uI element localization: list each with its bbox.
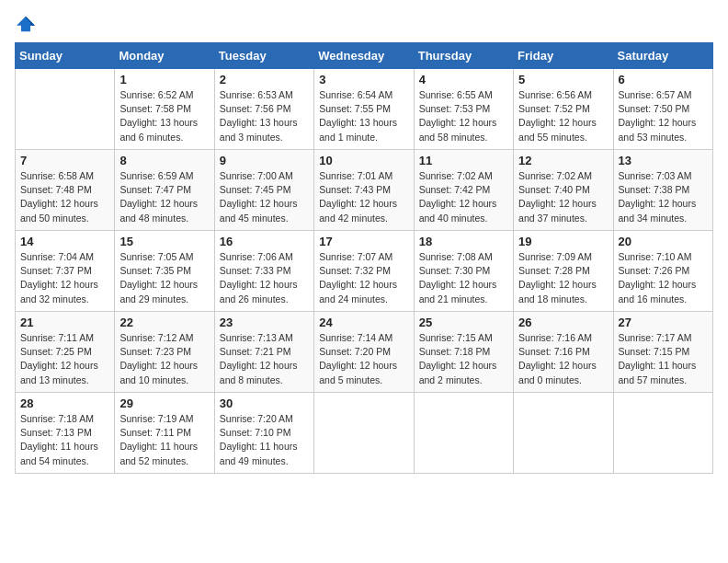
day-number: 16	[220, 235, 309, 248]
page-header	[15, 15, 713, 33]
week-row-5: 28Sunrise: 7:18 AM Sunset: 7:13 PM Dayli…	[16, 393, 713, 474]
calendar-cell: 13Sunrise: 7:03 AM Sunset: 7:38 PM Dayli…	[613, 150, 712, 231]
day-info: Sunrise: 7:18 AM Sunset: 7:13 PM Dayligh…	[20, 412, 109, 468]
calendar-cell: 7Sunrise: 6:58 AM Sunset: 7:48 PM Daylig…	[16, 150, 115, 231]
calendar-cell: 18Sunrise: 7:08 AM Sunset: 7:30 PM Dayli…	[414, 231, 513, 312]
day-info: Sunrise: 7:16 AM Sunset: 7:16 PM Dayligh…	[518, 331, 608, 387]
calendar-cell: 9Sunrise: 7:00 AM Sunset: 7:45 PM Daylig…	[214, 150, 313, 231]
calendar-cell: 23Sunrise: 7:13 AM Sunset: 7:21 PM Dayli…	[214, 312, 313, 393]
calendar-cell: 8Sunrise: 6:59 AM Sunset: 7:47 PM Daylig…	[115, 150, 214, 231]
calendar-cell: 21Sunrise: 7:11 AM Sunset: 7:25 PM Dayli…	[16, 312, 115, 393]
day-number: 7	[20, 154, 109, 167]
weekday-header-wednesday: Wednesday	[314, 43, 414, 69]
day-number: 19	[518, 235, 608, 248]
day-number: 20	[619, 235, 708, 248]
calendar-cell: 2Sunrise: 6:53 AM Sunset: 7:56 PM Daylig…	[214, 69, 313, 150]
day-info: Sunrise: 7:02 AM Sunset: 7:40 PM Dayligh…	[518, 169, 608, 225]
day-number: 18	[419, 235, 508, 248]
day-number: 28	[20, 396, 109, 410]
calendar-cell	[613, 393, 712, 474]
day-number: 22	[119, 316, 209, 329]
day-number: 29	[119, 396, 209, 410]
calendar-cell: 11Sunrise: 7:02 AM Sunset: 7:42 PM Dayli…	[414, 150, 513, 231]
calendar-table: SundayMondayTuesdayWednesdayThursdayFrid…	[15, 42, 713, 474]
day-info: Sunrise: 6:52 AM Sunset: 7:58 PM Dayligh…	[119, 88, 209, 144]
day-info: Sunrise: 7:20 AM Sunset: 7:10 PM Dayligh…	[220, 412, 309, 468]
calendar-cell: 4Sunrise: 6:55 AM Sunset: 7:53 PM Daylig…	[414, 69, 513, 150]
day-info: Sunrise: 7:09 AM Sunset: 7:28 PM Dayligh…	[518, 250, 608, 306]
day-info: Sunrise: 7:15 AM Sunset: 7:18 PM Dayligh…	[419, 331, 508, 387]
day-number: 23	[220, 316, 309, 329]
calendar-cell	[314, 393, 414, 474]
calendar-cell: 17Sunrise: 7:07 AM Sunset: 7:32 PM Dayli…	[314, 231, 414, 312]
day-info: Sunrise: 6:53 AM Sunset: 7:56 PM Dayligh…	[220, 88, 309, 144]
weekday-header-saturday: Saturday	[613, 43, 712, 69]
calendar-cell: 10Sunrise: 7:01 AM Sunset: 7:43 PM Dayli…	[314, 150, 414, 231]
day-number: 5	[518, 73, 608, 86]
logo	[15, 15, 40, 33]
calendar-cell	[514, 393, 613, 474]
calendar-cell: 16Sunrise: 7:06 AM Sunset: 7:33 PM Dayli…	[214, 231, 313, 312]
day-info: Sunrise: 7:10 AM Sunset: 7:26 PM Dayligh…	[619, 250, 708, 306]
week-row-1: 1Sunrise: 6:52 AM Sunset: 7:58 PM Daylig…	[16, 69, 713, 150]
day-number: 15	[119, 235, 209, 248]
day-info: Sunrise: 7:01 AM Sunset: 7:43 PM Dayligh…	[319, 169, 408, 225]
day-number: 2	[220, 73, 309, 86]
day-number: 14	[20, 235, 109, 248]
day-info: Sunrise: 7:11 AM Sunset: 7:25 PM Dayligh…	[20, 331, 109, 387]
day-info: Sunrise: 7:00 AM Sunset: 7:45 PM Dayligh…	[220, 169, 309, 225]
day-info: Sunrise: 7:05 AM Sunset: 7:35 PM Dayligh…	[119, 250, 209, 306]
day-number: 12	[518, 154, 608, 167]
calendar-cell: 22Sunrise: 7:12 AM Sunset: 7:23 PM Dayli…	[115, 312, 214, 393]
calendar-cell: 3Sunrise: 6:54 AM Sunset: 7:55 PM Daylig…	[314, 69, 414, 150]
logo-icon	[15, 15, 37, 33]
day-number: 6	[619, 73, 708, 86]
calendar-cell: 30Sunrise: 7:20 AM Sunset: 7:10 PM Dayli…	[214, 393, 313, 474]
day-number: 30	[220, 396, 309, 410]
day-info: Sunrise: 7:14 AM Sunset: 7:20 PM Dayligh…	[319, 331, 408, 387]
day-info: Sunrise: 6:58 AM Sunset: 7:48 PM Dayligh…	[20, 169, 109, 225]
day-info: Sunrise: 7:04 AM Sunset: 7:37 PM Dayligh…	[20, 250, 109, 306]
day-info: Sunrise: 7:19 AM Sunset: 7:11 PM Dayligh…	[119, 412, 209, 468]
day-number: 8	[119, 154, 209, 167]
calendar-cell: 26Sunrise: 7:16 AM Sunset: 7:16 PM Dayli…	[514, 312, 613, 393]
weekday-header-sunday: Sunday	[16, 43, 115, 69]
day-info: Sunrise: 7:07 AM Sunset: 7:32 PM Dayligh…	[319, 250, 408, 306]
day-number: 10	[319, 154, 408, 167]
day-info: Sunrise: 7:08 AM Sunset: 7:30 PM Dayligh…	[419, 250, 508, 306]
calendar-cell: 1Sunrise: 6:52 AM Sunset: 7:58 PM Daylig…	[115, 69, 214, 150]
day-info: Sunrise: 6:55 AM Sunset: 7:53 PM Dayligh…	[419, 88, 508, 144]
calendar-cell: 15Sunrise: 7:05 AM Sunset: 7:35 PM Dayli…	[115, 231, 214, 312]
calendar-cell: 6Sunrise: 6:57 AM Sunset: 7:50 PM Daylig…	[613, 69, 712, 150]
weekday-header-friday: Friday	[514, 43, 613, 69]
day-number: 4	[419, 73, 508, 86]
day-info: Sunrise: 7:03 AM Sunset: 7:38 PM Dayligh…	[619, 169, 708, 225]
calendar-cell: 29Sunrise: 7:19 AM Sunset: 7:11 PM Dayli…	[115, 393, 214, 474]
day-info: Sunrise: 6:57 AM Sunset: 7:50 PM Dayligh…	[619, 88, 708, 144]
day-info: Sunrise: 6:56 AM Sunset: 7:52 PM Dayligh…	[518, 88, 608, 144]
calendar-cell	[414, 393, 513, 474]
calendar-cell: 27Sunrise: 7:17 AM Sunset: 7:15 PM Dayli…	[613, 312, 712, 393]
calendar-cell: 19Sunrise: 7:09 AM Sunset: 7:28 PM Dayli…	[514, 231, 613, 312]
calendar-cell: 24Sunrise: 7:14 AM Sunset: 7:20 PM Dayli…	[314, 312, 414, 393]
day-number: 27	[619, 316, 708, 329]
week-row-3: 14Sunrise: 7:04 AM Sunset: 7:37 PM Dayli…	[16, 231, 713, 312]
day-info: Sunrise: 6:59 AM Sunset: 7:47 PM Dayligh…	[119, 169, 209, 225]
day-number: 24	[319, 316, 408, 329]
week-row-2: 7Sunrise: 6:58 AM Sunset: 7:48 PM Daylig…	[16, 150, 713, 231]
weekday-header-monday: Monday	[115, 43, 214, 69]
calendar-cell: 20Sunrise: 7:10 AM Sunset: 7:26 PM Dayli…	[613, 231, 712, 312]
calendar-cell: 14Sunrise: 7:04 AM Sunset: 7:37 PM Dayli…	[16, 231, 115, 312]
day-info: Sunrise: 6:54 AM Sunset: 7:55 PM Dayligh…	[319, 88, 408, 144]
day-number: 11	[419, 154, 508, 167]
weekday-header-tuesday: Tuesday	[214, 43, 313, 69]
calendar-cell: 5Sunrise: 6:56 AM Sunset: 7:52 PM Daylig…	[514, 69, 613, 150]
day-number: 25	[419, 316, 508, 329]
calendar-cell: 12Sunrise: 7:02 AM Sunset: 7:40 PM Dayli…	[514, 150, 613, 231]
day-number: 13	[619, 154, 708, 167]
day-number: 3	[319, 73, 408, 86]
day-info: Sunrise: 7:13 AM Sunset: 7:21 PM Dayligh…	[220, 331, 309, 387]
calendar-cell	[16, 69, 115, 150]
calendar-cell: 25Sunrise: 7:15 AM Sunset: 7:18 PM Dayli…	[414, 312, 513, 393]
day-info: Sunrise: 7:06 AM Sunset: 7:33 PM Dayligh…	[220, 250, 309, 306]
